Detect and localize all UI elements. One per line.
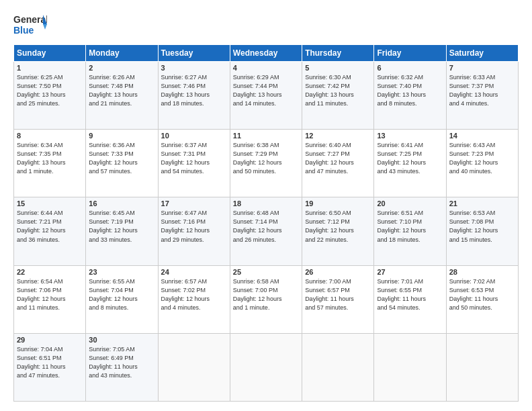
- table-row: 23Sunrise: 6:55 AM Sunset: 7:04 PM Dayli…: [86, 265, 158, 333]
- cell-content: Sunrise: 7:01 AM Sunset: 6:55 PM Dayligh…: [377, 277, 443, 312]
- table-row: 14Sunrise: 6:43 AM Sunset: 7:23 PM Dayli…: [446, 130, 518, 197]
- svg-text:General: General: [13, 14, 47, 25]
- day-number: 23: [89, 268, 154, 276]
- table-row: 27Sunrise: 7:01 AM Sunset: 6:55 PM Dayli…: [374, 265, 446, 333]
- cell-content: Sunrise: 6:51 AM Sunset: 7:10 PM Dayligh…: [377, 209, 443, 244]
- day-number: 13: [377, 132, 443, 140]
- weekday-header-tuesday: Tuesday: [158, 45, 230, 62]
- cell-content: Sunrise: 6:48 AM Sunset: 7:14 PM Dayligh…: [233, 209, 299, 244]
- day-number: 25: [233, 268, 299, 276]
- cell-content: Sunrise: 6:44 AM Sunset: 7:21 PM Dayligh…: [17, 209, 83, 244]
- cell-content: Sunrise: 6:32 AM Sunset: 7:40 PM Dayligh…: [377, 73, 443, 108]
- table-row: 16Sunrise: 6:45 AM Sunset: 7:19 PM Dayli…: [86, 197, 158, 265]
- table-row: 26Sunrise: 7:00 AM Sunset: 6:57 PM Dayli…: [302, 265, 374, 333]
- table-row: 6Sunrise: 6:32 AM Sunset: 7:40 PM Daylig…: [374, 62, 446, 130]
- table-row: 25Sunrise: 6:58 AM Sunset: 7:00 PM Dayli…: [230, 265, 302, 333]
- weekday-header-thursday: Thursday: [302, 45, 374, 62]
- day-number: 15: [17, 199, 83, 208]
- day-number: 22: [17, 268, 83, 276]
- day-number: 4: [233, 64, 299, 72]
- table-row: [230, 333, 302, 401]
- cell-content: Sunrise: 6:34 AM Sunset: 7:35 PM Dayligh…: [17, 141, 83, 176]
- day-number: 19: [305, 199, 371, 208]
- cell-content: Sunrise: 7:00 AM Sunset: 6:57 PM Dayligh…: [305, 277, 371, 312]
- table-row: 12Sunrise: 6:40 AM Sunset: 7:27 PM Dayli…: [302, 130, 374, 197]
- day-number: 27: [377, 268, 443, 276]
- cell-content: Sunrise: 6:50 AM Sunset: 7:12 PM Dayligh…: [305, 209, 371, 244]
- table-row: 21Sunrise: 6:53 AM Sunset: 7:08 PM Dayli…: [446, 197, 518, 265]
- cell-content: Sunrise: 6:58 AM Sunset: 7:00 PM Dayligh…: [233, 277, 299, 312]
- cell-content: Sunrise: 6:53 AM Sunset: 7:08 PM Dayligh…: [449, 209, 515, 244]
- day-number: 5: [305, 64, 371, 72]
- table-row: 4Sunrise: 6:29 AM Sunset: 7:44 PM Daylig…: [230, 62, 302, 130]
- svg-text:Blue: Blue: [13, 25, 34, 36]
- cell-content: Sunrise: 7:05 AM Sunset: 6:49 PM Dayligh…: [89, 345, 154, 380]
- table-row: 10Sunrise: 6:37 AM Sunset: 7:31 PM Dayli…: [158, 130, 230, 197]
- table-row: 9Sunrise: 6:36 AM Sunset: 7:33 PM Daylig…: [86, 130, 158, 197]
- day-number: 17: [161, 199, 227, 208]
- table-row: 20Sunrise: 6:51 AM Sunset: 7:10 PM Dayli…: [374, 197, 446, 265]
- table-row: 22Sunrise: 6:54 AM Sunset: 7:06 PM Dayli…: [14, 265, 86, 333]
- weekday-header-saturday: Saturday: [446, 45, 518, 62]
- table-row: [374, 333, 446, 401]
- weekday-header-wednesday: Wednesday: [230, 45, 302, 62]
- table-row: 28Sunrise: 7:02 AM Sunset: 6:53 PM Dayli…: [446, 265, 518, 333]
- cell-content: Sunrise: 6:27 AM Sunset: 7:46 PM Dayligh…: [161, 73, 227, 108]
- table-row: [158, 333, 230, 401]
- table-row: 24Sunrise: 6:57 AM Sunset: 7:02 PM Dayli…: [158, 265, 230, 333]
- table-row: 8Sunrise: 6:34 AM Sunset: 7:35 PM Daylig…: [14, 130, 86, 197]
- cell-content: Sunrise: 6:55 AM Sunset: 7:04 PM Dayligh…: [89, 277, 154, 312]
- table-row: 18Sunrise: 6:48 AM Sunset: 7:14 PM Dayli…: [230, 197, 302, 265]
- calendar-table: SundayMondayTuesdayWednesdayThursdayFrid…: [13, 44, 519, 402]
- logo: General Blue: [13, 12, 47, 38]
- weekday-header-monday: Monday: [86, 45, 158, 62]
- cell-content: Sunrise: 6:43 AM Sunset: 7:23 PM Dayligh…: [449, 141, 515, 176]
- weekday-header-sunday: Sunday: [14, 45, 86, 62]
- table-row: 11Sunrise: 6:38 AM Sunset: 7:29 PM Dayli…: [230, 130, 302, 197]
- cell-content: Sunrise: 6:40 AM Sunset: 7:27 PM Dayligh…: [305, 141, 371, 176]
- day-number: 24: [161, 268, 227, 276]
- day-number: 20: [377, 199, 443, 208]
- table-row: 3Sunrise: 6:27 AM Sunset: 7:46 PM Daylig…: [158, 62, 230, 130]
- cell-content: Sunrise: 6:36 AM Sunset: 7:33 PM Dayligh…: [89, 141, 154, 176]
- day-number: 7: [449, 64, 515, 72]
- cell-content: Sunrise: 7:04 AM Sunset: 6:51 PM Dayligh…: [17, 345, 83, 380]
- table-row: 13Sunrise: 6:41 AM Sunset: 7:25 PM Dayli…: [374, 130, 446, 197]
- day-number: 30: [89, 336, 154, 344]
- cell-content: Sunrise: 6:33 AM Sunset: 7:37 PM Dayligh…: [449, 73, 515, 108]
- table-row: 30Sunrise: 7:05 AM Sunset: 6:49 PM Dayli…: [86, 333, 158, 401]
- day-number: 29: [17, 336, 83, 344]
- cell-content: Sunrise: 6:45 AM Sunset: 7:19 PM Dayligh…: [89, 209, 154, 244]
- table-row: 19Sunrise: 6:50 AM Sunset: 7:12 PM Dayli…: [302, 197, 374, 265]
- table-row: 17Sunrise: 6:47 AM Sunset: 7:16 PM Dayli…: [158, 197, 230, 265]
- day-number: 3: [161, 64, 227, 72]
- day-number: 14: [449, 132, 515, 140]
- table-row: 7Sunrise: 6:33 AM Sunset: 7:37 PM Daylig…: [446, 62, 518, 130]
- cell-content: Sunrise: 6:30 AM Sunset: 7:42 PM Dayligh…: [305, 73, 371, 108]
- cell-content: Sunrise: 6:26 AM Sunset: 7:48 PM Dayligh…: [89, 73, 154, 108]
- table-row: [446, 333, 518, 401]
- cell-content: Sunrise: 6:47 AM Sunset: 7:16 PM Dayligh…: [161, 209, 227, 244]
- day-number: 16: [89, 199, 154, 208]
- cell-content: Sunrise: 6:37 AM Sunset: 7:31 PM Dayligh…: [161, 141, 227, 176]
- cell-content: Sunrise: 6:29 AM Sunset: 7:44 PM Dayligh…: [233, 73, 299, 108]
- cell-content: Sunrise: 6:41 AM Sunset: 7:25 PM Dayligh…: [377, 141, 443, 176]
- day-number: 21: [449, 199, 515, 208]
- day-number: 2: [89, 64, 154, 72]
- day-number: 10: [161, 132, 227, 140]
- cell-content: Sunrise: 7:02 AM Sunset: 6:53 PM Dayligh…: [449, 277, 515, 312]
- day-number: 28: [449, 268, 515, 276]
- day-number: 6: [377, 64, 443, 72]
- cell-content: Sunrise: 6:54 AM Sunset: 7:06 PM Dayligh…: [17, 277, 83, 312]
- logo-svg: General Blue: [13, 12, 47, 38]
- day-number: 11: [233, 132, 299, 140]
- day-number: 9: [89, 132, 154, 140]
- table-row: 29Sunrise: 7:04 AM Sunset: 6:51 PM Dayli…: [14, 333, 86, 401]
- day-number: 8: [17, 132, 83, 140]
- weekday-header-friday: Friday: [374, 45, 446, 62]
- table-row: 2Sunrise: 6:26 AM Sunset: 7:48 PM Daylig…: [86, 62, 158, 130]
- day-number: 12: [305, 132, 371, 140]
- table-row: 15Sunrise: 6:44 AM Sunset: 7:21 PM Dayli…: [14, 197, 86, 265]
- day-number: 1: [17, 64, 83, 72]
- day-number: 26: [305, 268, 371, 276]
